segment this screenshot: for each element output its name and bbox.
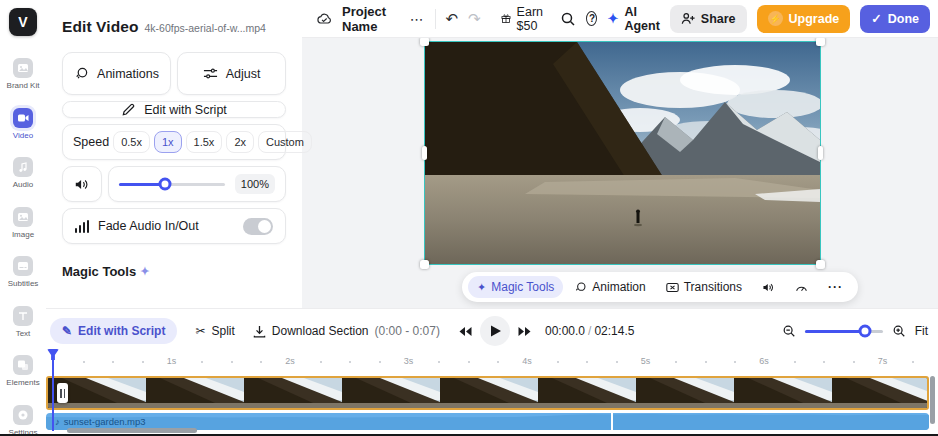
app-logo[interactable]: V xyxy=(9,8,37,36)
speed-option-custom[interactable]: Custom xyxy=(258,131,312,153)
project-name[interactable]: Project Name xyxy=(342,4,400,34)
fade-audio-label: Fade Audio In/Out xyxy=(98,219,199,233)
clip-volume-button[interactable] xyxy=(753,277,784,298)
settings-icon xyxy=(13,405,33,425)
project-menu-button[interactable]: ⋯ xyxy=(410,11,425,27)
resize-handle-right[interactable] xyxy=(818,146,823,160)
speed-option-0.5x[interactable]: 0.5x xyxy=(113,131,150,153)
animation-icon xyxy=(574,281,587,294)
download-section-button[interactable]: Download Section (0:00 - 0:07) xyxy=(253,324,440,338)
zoom-controls: Fit xyxy=(782,315,928,347)
edit-video-panel: Edit Video 4k-60fps-aerial-of-w...mp4 An… xyxy=(46,0,302,308)
volume-value: 100% xyxy=(235,174,275,194)
sidebar-item-label: Text xyxy=(16,329,31,338)
clip-filename: 4k-60fps-aerial-of-w...mp4 xyxy=(145,22,266,34)
divider xyxy=(435,9,436,29)
zoom-in-icon[interactable] xyxy=(892,324,906,338)
split-button[interactable]: ✂ Split xyxy=(195,324,234,338)
vertical-scrollbar[interactable] xyxy=(930,376,935,424)
scissors-icon: ✂ xyxy=(195,324,205,338)
magic-tools-heading: Magic Tools xyxy=(62,264,136,279)
sidebar-item-elements[interactable]: Elements xyxy=(0,351,46,401)
sparkle-icon: ✦ xyxy=(140,265,149,278)
fade-audio-toggle[interactable] xyxy=(243,218,273,235)
sidebar-item-brand-kit[interactable]: Brand Kit xyxy=(0,54,46,104)
ruler-tick-2s: 2s xyxy=(285,356,295,366)
fit-button[interactable]: Fit xyxy=(915,324,928,338)
help-button[interactable]: ? xyxy=(586,11,597,26)
transport-controls: 00:00.0/02:14.5 xyxy=(459,315,634,347)
sidebar-item-text[interactable]: Text xyxy=(0,302,46,352)
top-bar: Project Name ⋯ ↶ ↷ Earn $50 ? ✦ AI Agent… xyxy=(302,0,938,38)
sidebar-item-audio[interactable]: Audio xyxy=(0,153,46,203)
mute-button[interactable] xyxy=(62,166,102,202)
current-time: 00:00.0 xyxy=(545,324,585,338)
horizontal-scrollbar[interactable] xyxy=(67,428,197,433)
timeline-zoom-knob[interactable] xyxy=(859,325,872,338)
resize-handle-left[interactable] xyxy=(422,146,427,160)
sidebar-item-label: Brand Kit xyxy=(7,81,40,90)
undo-button[interactable]: ↶ xyxy=(445,10,458,28)
ruler-tick-1s: 1s xyxy=(167,356,177,366)
resize-handle-top-right[interactable] xyxy=(816,37,825,46)
speed-card: Speed 0.5x1x1.5x2xCustom xyxy=(62,124,286,160)
gift-icon xyxy=(501,11,511,26)
done-label: Done xyxy=(888,12,919,26)
audio-clip-label: ♪ sunset-garden.mp3 xyxy=(55,416,146,427)
sidebar-item-subtitles[interactable]: Subtitles xyxy=(0,252,46,302)
volume-slider-knob[interactable] xyxy=(158,178,171,191)
audio-clip-split xyxy=(611,413,613,430)
animation-button[interactable]: Animation xyxy=(565,276,654,298)
transitions-button[interactable]: Transitions xyxy=(657,276,751,298)
share-button[interactable]: Share xyxy=(670,5,747,33)
timeline-edit-with-script-label: Edit with Script xyxy=(78,324,165,338)
video-canvas[interactable] xyxy=(425,42,820,264)
sidebar-item-image[interactable]: Image xyxy=(0,203,46,253)
split-label: Split xyxy=(211,324,234,338)
cloud-sync-icon xyxy=(316,10,332,28)
magic-tools-button[interactable]: ✦ Magic Tools xyxy=(468,276,563,298)
video-editor-app: V Brand KitVideoAudioImageSubtitlesTextE… xyxy=(0,0,938,436)
timeline-ruler[interactable]: 1s2s3s4s5s6s7s xyxy=(46,351,928,373)
earn-button[interactable]: Earn $50 xyxy=(501,5,551,33)
skip-forward-button[interactable] xyxy=(518,326,531,337)
ruler-tick-6s: 6s xyxy=(759,356,769,366)
animations-icon xyxy=(74,66,89,81)
upgrade-button[interactable]: ⚡ Upgrade xyxy=(757,5,851,33)
edit-with-script-button[interactable]: Edit with Script xyxy=(62,101,286,118)
adjust-label: Adjust xyxy=(226,67,261,81)
animations-button[interactable]: Animations xyxy=(62,52,171,95)
play-button[interactable] xyxy=(480,316,510,346)
volume-slider-card: 100% xyxy=(108,166,286,202)
skip-back-button[interactable] xyxy=(459,326,472,337)
speed-option-1x[interactable]: 1x xyxy=(154,131,182,153)
play-icon xyxy=(490,325,501,337)
trim-handle-left[interactable] xyxy=(57,383,68,403)
sidebar-item-video[interactable]: Video xyxy=(0,104,46,154)
upgrade-label: Upgrade xyxy=(789,12,840,26)
redo-button[interactable]: ↷ xyxy=(468,10,481,28)
adjust-button[interactable]: Adjust xyxy=(177,52,286,95)
timeline-edit-with-script-button[interactable]: ✎ Edit with Script xyxy=(50,318,177,344)
earn-label: Earn $50 xyxy=(517,5,551,33)
sidebar-item-settings[interactable]: Settings xyxy=(0,401,46,436)
zoom-out-icon[interactable] xyxy=(782,324,796,338)
timeline-zoom-slider[interactable] xyxy=(805,330,883,333)
resize-handle-top-left[interactable] xyxy=(420,37,429,46)
image-icon xyxy=(13,207,33,227)
speed-option-1.5x[interactable]: 1.5x xyxy=(186,131,223,153)
done-button[interactable]: ✓ Done xyxy=(860,5,930,33)
transitions-label: Transitions xyxy=(684,280,742,294)
bolt-icon: ⚡ xyxy=(768,11,783,26)
clip-speed-button[interactable] xyxy=(786,277,817,298)
subtitles-icon xyxy=(13,256,33,276)
ai-agent-label: AI Agent xyxy=(624,5,659,33)
volume-slider[interactable] xyxy=(119,183,225,186)
resize-handle-bottom-right[interactable] xyxy=(816,260,825,269)
speed-option-2x[interactable]: 2x xyxy=(226,131,254,153)
clip-more-button[interactable]: ··· xyxy=(819,276,852,298)
search-icon[interactable] xyxy=(560,10,576,28)
video-track[interactable] xyxy=(46,376,929,410)
ai-agent-button[interactable]: ✦ AI Agent xyxy=(607,5,659,33)
resize-handle-bottom-left[interactable] xyxy=(420,260,429,269)
